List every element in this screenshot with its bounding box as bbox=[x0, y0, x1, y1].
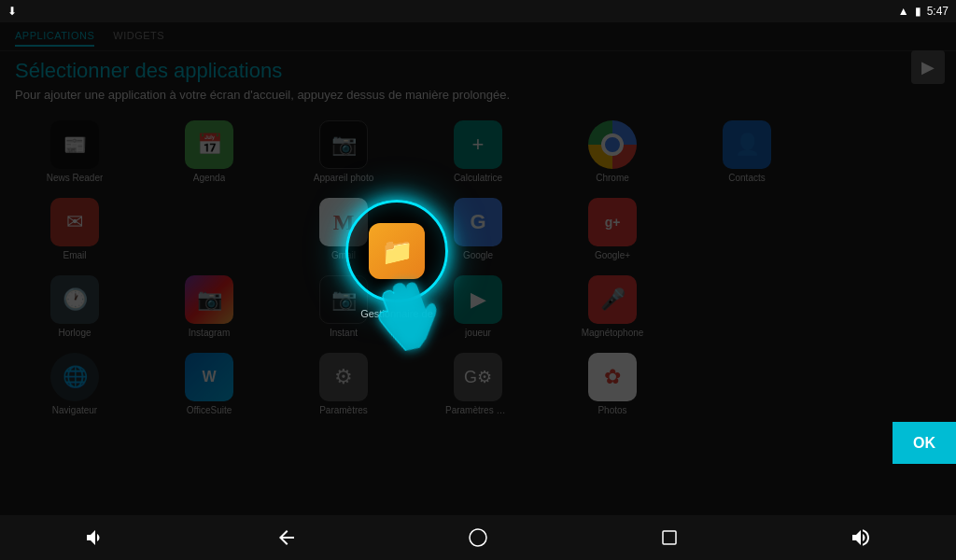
wifi-icon: ▲ bbox=[898, 5, 909, 18]
tab-widgets[interactable]: WIDGETS bbox=[113, 30, 164, 47]
app-instagram[interactable]: 📷 Instagram bbox=[142, 268, 276, 345]
back-button[interactable] bbox=[264, 515, 309, 560]
header-section: Sélectionner des applications Pour ajout… bbox=[0, 51, 956, 109]
svg-rect-1 bbox=[663, 531, 676, 544]
volume-up-button[interactable] bbox=[838, 515, 883, 560]
top-tabs: APPLICATIONS WIDGETS bbox=[0, 22, 956, 51]
page-title: Sélectionner des applications bbox=[15, 59, 941, 83]
battery-icon: ▮ bbox=[915, 5, 921, 18]
app-chrome[interactable]: Chrome bbox=[545, 113, 680, 190]
app-news-reader[interactable]: 📰 News Reader bbox=[7, 113, 142, 190]
main-content: APPLICATIONS WIDGETS ▶ Sélectionner des … bbox=[0, 22, 956, 515]
download-icon: ⬇ bbox=[7, 5, 17, 18]
app-magnetophone[interactable]: 🎤 Magnétophone bbox=[545, 268, 680, 345]
tab-applications[interactable]: APPLICATIONS bbox=[15, 30, 94, 47]
apps-grid: 📰 News Reader 📅 Agenda 📷 Appareil photo … bbox=[0, 109, 956, 427]
home-button[interactable] bbox=[456, 515, 500, 560]
ok-button[interactable]: OK bbox=[893, 422, 956, 464]
svg-point-0 bbox=[470, 529, 486, 546]
status-icons-right: ▲ ▮ 5:47 bbox=[898, 5, 949, 18]
app-email[interactable]: ✉ Email bbox=[7, 190, 142, 268]
app-horloge[interactable]: 🕐 Horloge bbox=[7, 268, 142, 345]
app-contacts[interactable]: 👤 Contacts bbox=[680, 113, 814, 190]
app-officesuite[interactable]: W OfficeSuite bbox=[142, 345, 276, 423]
app-navigateur[interactable]: 🌐 Navigateur bbox=[7, 345, 142, 423]
app-photos[interactable]: ✿ Photos bbox=[545, 345, 680, 423]
app-calculatrice[interactable]: + Calculatrice bbox=[411, 113, 545, 190]
app-camera[interactable]: 📷 Appareil photo bbox=[276, 113, 411, 190]
recent-apps-button[interactable] bbox=[647, 515, 692, 560]
store-icon[interactable]: ▶ bbox=[911, 50, 945, 84]
status-bar: ⬇ ▲ ▮ 5:47 bbox=[0, 0, 956, 22]
page-subtitle: Pour ajouter une application à votre écr… bbox=[15, 87, 941, 104]
app-googleplus[interactable]: g+ Google+ bbox=[545, 190, 680, 268]
nav-bar bbox=[0, 515, 956, 560]
app-agenda[interactable]: 📅 Agenda bbox=[142, 113, 276, 190]
volume-down-button[interactable] bbox=[73, 515, 118, 560]
status-icons-left: ⬇ bbox=[7, 5, 17, 18]
clock: 5:47 bbox=[927, 5, 949, 18]
